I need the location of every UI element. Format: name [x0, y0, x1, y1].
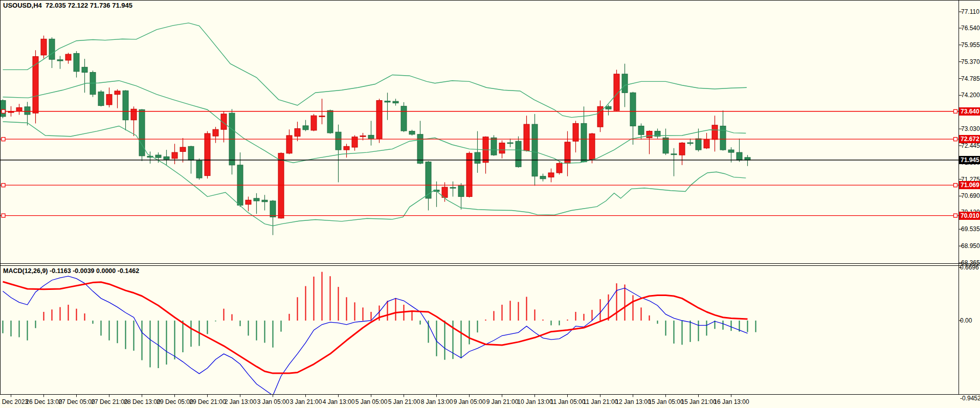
candle-body [728, 150, 734, 152]
candle-body [581, 123, 587, 162]
candle-body [196, 161, 202, 178]
candle-body [123, 90, 128, 120]
hline-handle[interactable] [954, 109, 957, 113]
candle-body [376, 100, 382, 139]
candle-body [172, 152, 177, 158]
candle-body [532, 124, 538, 176]
candle-body [65, 54, 71, 60]
hline-handle[interactable] [2, 138, 5, 141]
candle-body [737, 152, 742, 160]
candle-body [524, 124, 529, 151]
candle-body [696, 139, 701, 150]
candle-body [458, 186, 464, 196]
macd-axis-label: 0.00 [960, 317, 972, 324]
price-axis-label: 72.445 [961, 142, 980, 149]
candle-body [409, 131, 415, 134]
candle-body [712, 125, 718, 140]
candle-body [368, 135, 374, 139]
candle-body [344, 146, 349, 150]
candle-body [475, 152, 480, 163]
candle-body [393, 101, 398, 103]
candle-body [278, 153, 284, 218]
candle-body [74, 53, 79, 71]
candle-body [25, 107, 30, 115]
candle-body [270, 201, 276, 217]
candle-body [115, 91, 120, 95]
candle-body [131, 109, 137, 120]
candle-body [622, 74, 628, 93]
candle-body [630, 93, 636, 126]
candle-body [303, 126, 308, 130]
candle-body [188, 146, 194, 160]
candle-body [647, 131, 652, 138]
candle-body [638, 126, 644, 134]
candle-body [246, 200, 251, 204]
candle-body [417, 134, 423, 164]
hline-handle[interactable] [2, 109, 5, 113]
candle-body [106, 95, 112, 105]
candle-body [336, 132, 341, 150]
macd-axis-label: 0.6696 [960, 264, 979, 271]
price-marker-box-73.640: 73.640 [959, 107, 980, 116]
hline-handle[interactable] [2, 184, 5, 187]
candle-body [57, 60, 63, 61]
candle-body [139, 109, 145, 155]
candles-layer[interactable] [0, 23, 750, 235]
price-axis-label: 74.200 [961, 92, 980, 99]
macd-axis-label: -0.9452 [960, 395, 980, 402]
price-axis-label: 70.690 [961, 192, 980, 199]
candle-body [98, 92, 104, 106]
candle-body [540, 176, 546, 179]
macd-main-line [3, 276, 748, 395]
candle-body [205, 133, 210, 176]
candle-body [720, 126, 726, 150]
price-axis-label: 73.030 [961, 125, 980, 132]
candle-body [319, 116, 325, 117]
candle-body [262, 200, 268, 201]
price-axis-label: 74.785 [961, 75, 980, 82]
hline-handle[interactable] [954, 184, 957, 187]
candle-body [401, 106, 407, 131]
macd-panel[interactable] [3, 272, 756, 396]
price-marker-box-70.010: 70.010 [959, 212, 980, 220]
candle-body [556, 163, 562, 173]
candle-body [164, 157, 169, 160]
candle-body [213, 129, 218, 136]
bollinger-lower-band [3, 122, 746, 226]
candle-body [671, 154, 677, 155]
symbol-title: USOUSD,H4 72.035 72.122 71.736 71.945 [3, 2, 132, 9]
candle-body [82, 67, 87, 72]
candle-body [507, 143, 513, 144]
price-axis-label: 76.540 [961, 25, 980, 32]
candle-body [286, 135, 292, 153]
price-marker-box-71.945: 71.945 [959, 156, 980, 164]
candle-body [295, 129, 300, 137]
price-axis-label: 68.950 [961, 242, 980, 250]
price-marker-box-72.672: 72.672 [959, 135, 980, 143]
candle-body [254, 198, 259, 201]
candle-body [548, 173, 554, 177]
candle-body [499, 143, 505, 153]
candle-body [180, 147, 186, 151]
chart-canvas[interactable] [0, 0, 980, 408]
candle-body [360, 136, 366, 137]
candle-body [311, 116, 317, 130]
candle-body [589, 134, 595, 160]
time-axis-label: 16 Jan 13:00 [706, 398, 757, 405]
candle-body [573, 123, 578, 141]
price-axis-label: 75.370 [961, 58, 980, 65]
candle-body [385, 101, 390, 102]
candle-body [155, 155, 161, 157]
price-axis-label: 69.535 [961, 225, 980, 233]
hline-handle[interactable] [2, 214, 5, 217]
macd-signal-line [3, 282, 748, 373]
hline-handle[interactable] [954, 138, 957, 141]
candle-body [41, 39, 47, 55]
candle-body [606, 106, 611, 109]
candle-body [0, 100, 6, 116]
hline-handle[interactable] [954, 214, 957, 217]
chart-window: USOUSD,H4 72.035 72.122 71.736 71.945 MA… [0, 0, 980, 408]
candle-body [33, 57, 38, 114]
price-axis-label: 75.955 [961, 41, 980, 49]
candle-body [704, 140, 709, 148]
